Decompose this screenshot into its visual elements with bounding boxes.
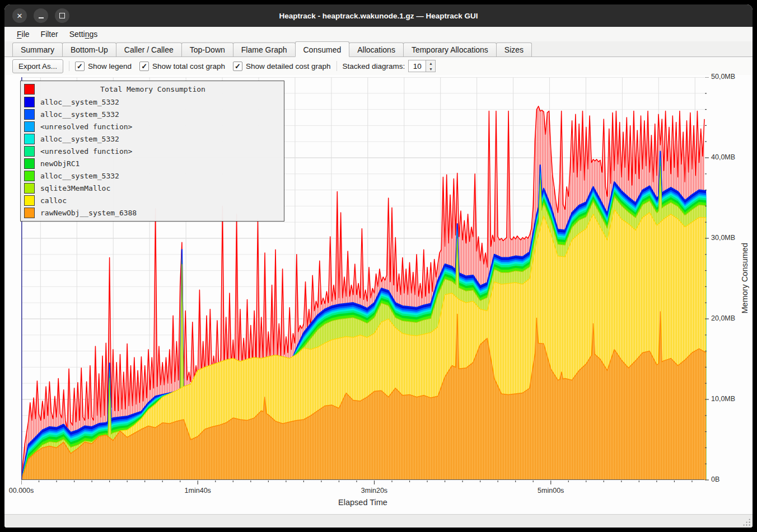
x-tick-label: 5min00s	[538, 487, 564, 495]
stacked-diagrams-value[interactable]: 10	[408, 60, 426, 72]
legend-label: calloc	[40, 196, 67, 205]
legend-swatch	[24, 183, 35, 194]
menu-file[interactable]: File	[11, 28, 35, 40]
x-axis-title: Elapsed Time	[338, 498, 387, 507]
legend-item: calloc	[21, 194, 284, 206]
title-bar[interactable]: ✕ Heaptrack - heaptrack.wakunode.1.gz — …	[4, 4, 753, 27]
tab-sizes[interactable]: Sizes	[496, 43, 532, 57]
tab-top-down[interactable]: Top-Down	[181, 43, 233, 57]
y-tick-label: 20,0MB	[711, 314, 735, 322]
status-bar	[4, 514, 753, 528]
legend-item: alloc__system_5332	[21, 170, 284, 182]
legend-item: alloc__system_5332	[21, 96, 284, 108]
resize-grip-icon[interactable]	[742, 518, 750, 526]
tab-temporary-allocations[interactable]: Temporary Allocations	[403, 43, 497, 57]
y-tick-label: 10,0MB	[711, 395, 735, 403]
tab-summary[interactable]: Summary	[12, 43, 63, 57]
tab-caller-callee[interactable]: Caller / Callee	[116, 43, 182, 57]
legend-label: <unresolved function>	[40, 147, 132, 156]
checkbox-label: Show legend	[88, 62, 132, 70]
menu-bar: FileFilterSettings	[4, 27, 753, 41]
legend-swatch-total	[24, 84, 35, 95]
legend-item: alloc__system_5332	[21, 133, 284, 145]
checkbox-box[interactable]: ✓	[75, 62, 85, 71]
chart-legend: Total Memory Consumptionalloc__system_53…	[20, 81, 284, 222]
stacked-diagrams-spinner[interactable]: 10 ▲ ▼	[408, 60, 436, 72]
legend-title-row: Total Memory Consumption	[21, 83, 284, 96]
screenshot-stage: ✕ Heaptrack - heaptrack.wakunode.1.gz — …	[0, 0, 757, 532]
tab-allocations[interactable]: Allocations	[349, 43, 404, 57]
stacked-diagrams-group: Stacked diagrams: 10 ▲ ▼	[343, 60, 436, 72]
window-title: Heaptrack - heaptrack.wakunode.1.gz — He…	[4, 12, 753, 20]
y-axis-title: Memory Consumed	[740, 243, 749, 314]
legend-label: alloc__system_5332	[40, 172, 119, 180]
export-as-button[interactable]: Export As...	[12, 59, 63, 73]
legend-swatch	[24, 208, 35, 218]
tab-bottom-up[interactable]: Bottom-Up	[62, 43, 116, 57]
tab-consumed[interactable]: Consumed	[295, 41, 350, 57]
legend-swatch	[24, 134, 35, 144]
checkbox-show-total-cost-graph[interactable]: ✓Show total cost graph	[139, 62, 225, 71]
checkbox-show-legend[interactable]: ✓Show legend	[75, 62, 132, 71]
checkbox-label: Show total cost graph	[152, 62, 225, 70]
legend-label: <unresolved function>	[40, 123, 132, 131]
toolbar-separator	[69, 61, 69, 71]
menu-filter[interactable]: Filter	[35, 28, 64, 40]
y-tick-label: 40,0MB	[711, 153, 735, 161]
chart-area: 0B10,0MB20,0MB30,0MB40,0MB50,0MB 00.000s…	[4, 75, 753, 514]
legend-item: rawNewObj__system_6388	[21, 206, 284, 219]
x-tick-label: 3min20s	[361, 487, 387, 495]
toolbar-separator	[337, 61, 337, 71]
legend-title: Total Memory Consumption	[40, 85, 265, 93]
legend-label: newObjRC1	[40, 159, 80, 168]
spinner-down-icon[interactable]: ▼	[426, 66, 435, 72]
legend-label: rawNewObj__system_6388	[40, 209, 137, 217]
legend-label: alloc__system_5332	[40, 98, 119, 106]
checkbox-label: Show detailed cost graph	[246, 62, 331, 70]
y-tick-label: 50,0MB	[711, 73, 735, 81]
legend-swatch	[24, 146, 35, 157]
legend-swatch	[24, 97, 35, 107]
tab-bar: SummaryBottom-UpCaller / CalleeTop-DownF…	[4, 41, 753, 57]
y-tick-label: 30,0MB	[711, 234, 735, 242]
toolbar: Export As... ✓Show legend✓Show total cos…	[4, 57, 753, 75]
x-tick-label: 00.000s	[9, 487, 34, 495]
tab-flame-graph[interactable]: Flame Graph	[233, 43, 296, 57]
legend-swatch	[24, 121, 35, 132]
legend-label: sqlite3MemMalloc	[40, 184, 110, 192]
legend-item: newObjRC1	[21, 157, 284, 170]
checkbox-show-detailed-cost-graph[interactable]: ✓Show detailed cost graph	[233, 62, 331, 71]
heaptrack-window: ✕ Heaptrack - heaptrack.wakunode.1.gz — …	[4, 4, 753, 528]
legend-item: alloc__system_5332	[21, 108, 284, 120]
legend-swatch	[24, 195, 35, 206]
checkbox-box[interactable]: ✓	[233, 62, 242, 71]
checkbox-box[interactable]: ✓	[139, 62, 149, 71]
legend-label: alloc__system_5332	[40, 135, 119, 143]
legend-item: <unresolved function>	[21, 145, 284, 157]
legend-swatch	[24, 109, 35, 120]
y-tick-label: 0B	[711, 475, 719, 483]
x-tick-label: 1min40s	[185, 487, 211, 495]
legend-swatch	[24, 171, 35, 181]
menu-settings[interactable]: Settings	[64, 28, 104, 40]
legend-item: sqlite3MemMalloc	[21, 182, 284, 194]
spinner-up-icon[interactable]: ▲	[426, 60, 435, 66]
legend-item: <unresolved function>	[21, 120, 284, 133]
stacked-diagrams-label: Stacked diagrams:	[343, 62, 405, 70]
legend-swatch	[24, 158, 35, 169]
legend-label: alloc__system_5332	[40, 110, 119, 119]
